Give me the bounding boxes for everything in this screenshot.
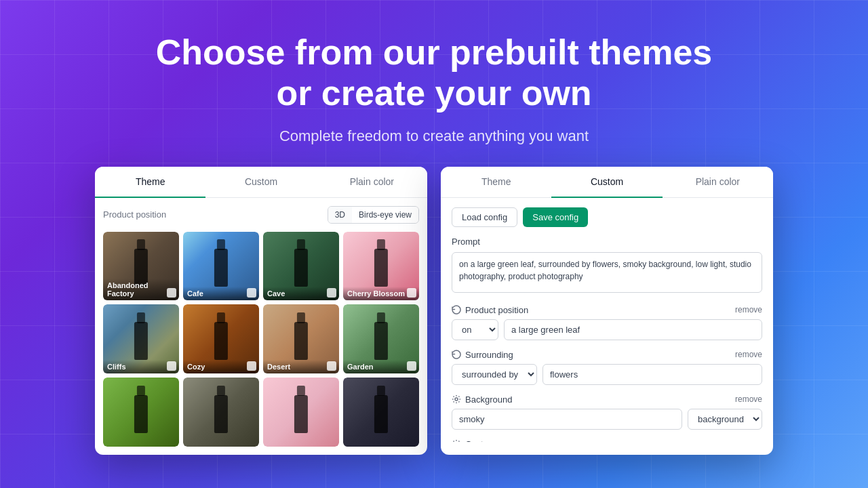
custom-header-left: Custom [452,439,496,442]
theme-card-row3d[interactable] [343,378,419,447]
bottle-decoration [134,395,148,433]
surrounding-group: Surrounding remove surrounded by next to… [452,350,762,385]
theme-card-row3b[interactable] [183,378,259,447]
hero-title: Choose from our prebuilt themesor create… [14,33,854,114]
product-position-label: Product position [103,209,166,220]
theme-checkbox-cafe[interactable] [247,288,256,298]
refresh-icon [452,305,461,314]
config-buttons: Load config Save config [452,207,762,227]
product-position-header-left: Product position [452,305,528,315]
product-position-fields: on in near by [452,319,762,340]
surrounding-object-input[interactable] [542,364,762,385]
bottle-decoration [214,249,228,287]
right-panel: Theme Custom Plain color Load config Sav… [441,167,773,455]
theme-card-cave[interactable]: Cave [263,232,339,301]
save-config-button[interactable]: Save config [523,207,588,227]
surrounding-header-left: Surrounding [452,350,513,360]
theme-card-cliffs[interactable]: Cliffs [103,304,179,373]
bottle-decoration [374,249,388,287]
bottle-decoration [294,322,308,360]
background-fields: background foreground ambient [452,409,762,430]
background-remove[interactable]: remove [735,394,762,404]
left-tabs: Theme Custom Plain color [95,167,427,198]
background-header: Background remove [452,394,762,405]
bottle-decoration [374,322,388,360]
view-3d-btn[interactable]: 3D [328,207,352,223]
right-tabs: Theme Custom Plain color [441,167,773,198]
right-tab-plain-color[interactable]: Plain color [663,167,773,198]
theme-checkbox-cliffs[interactable] [167,361,176,371]
gear-icon-custom [452,439,461,442]
background-value-input[interactable] [452,409,682,430]
theme-checkbox-desert[interactable] [327,361,336,371]
bottle-decoration [294,395,308,433]
custom-label: Custom [465,439,496,442]
bottle-decoration [294,249,308,287]
theme-checkbox-cozy[interactable] [247,361,256,371]
product-position-remove[interactable]: remove [735,305,762,314]
surrounding-label: Surrounding [465,350,513,360]
custom-group: Custom remove [452,439,762,442]
theme-card-abandoned-factory[interactable]: AbandonedFactory [103,232,179,301]
surrounding-fields: surrounded by next to among [452,364,762,385]
product-position-header: Product position remove [452,305,762,315]
prompt-textarea[interactable]: on a large green leaf, surrounded by flo… [452,252,762,293]
surrounding-header: Surrounding remove [452,350,762,360]
view-birds-eye-btn[interactable]: Birds-eye view [352,207,418,223]
bottle-decoration [134,322,148,360]
theme-card-garden[interactable]: Garden [343,304,419,373]
prompt-label: Prompt [452,237,762,247]
bottle-decoration [214,395,228,433]
hero-section: Choose from our prebuilt themesor create… [0,0,868,167]
theme-card-cafe[interactable]: Cafe [183,232,259,301]
background-label: Background [465,394,512,405]
left-tab-custom[interactable]: Custom [205,167,316,198]
bottle-decoration [214,322,228,360]
theme-card-cherry-blossom[interactable]: Cherry Blossom [343,232,419,301]
left-panel-body: Product position 3D Birds-eye view Aband… [95,198,427,455]
product-position-object-input[interactable] [504,319,762,340]
panels-container: Theme Custom Plain color Product positio… [0,167,868,455]
background-group: Background remove background foreground … [452,394,762,430]
refresh-icon-surrounding [452,350,461,359]
left-tab-plain-color[interactable]: Plain color [317,167,427,198]
custom-header: Custom remove [452,439,762,442]
theme-checkbox-abandoned[interactable] [167,288,176,298]
hero-subtitle: Complete freedom to create anything you … [14,127,854,145]
background-header-left: Background [452,394,512,405]
right-tab-theme[interactable]: Theme [441,167,551,198]
theme-card-desert[interactable]: Desert [263,304,339,373]
product-position-group: Product position remove on in near by [452,305,762,340]
theme-card-row3a[interactable] [103,378,179,447]
theme-card-row3c[interactable] [263,378,339,447]
view-toggle: 3D Birds-eye view [328,206,419,224]
product-position-label: Product position [465,305,528,315]
product-position-bar: Product position 3D Birds-eye view [103,206,419,224]
surrounding-preposition-select[interactable]: surrounded by next to among [452,364,537,385]
gear-icon-background [452,394,461,404]
surrounding-remove[interactable]: remove [735,350,762,359]
svg-point-0 [455,398,458,401]
right-panel-body: Load config Save config Prompt on a larg… [441,198,773,442]
theme-checkbox-cherry[interactable] [407,288,416,298]
theme-checkbox-cave[interactable] [327,288,336,298]
left-panel: Theme Custom Plain color Product positio… [95,167,427,455]
custom-remove[interactable]: remove [735,439,762,442]
right-tab-custom[interactable]: Custom [551,167,662,198]
product-position-preposition-select[interactable]: on in near by [452,319,498,340]
theme-card-cozy[interactable]: Cozy [183,304,259,373]
load-config-button[interactable]: Load config [452,207,517,227]
background-type-select[interactable]: background foreground ambient [688,409,762,430]
theme-grid: AbandonedFactory Cafe Cave [103,232,419,447]
bottle-decoration [374,395,388,433]
theme-checkbox-garden[interactable] [407,361,416,371]
left-tab-theme[interactable]: Theme [95,167,205,198]
